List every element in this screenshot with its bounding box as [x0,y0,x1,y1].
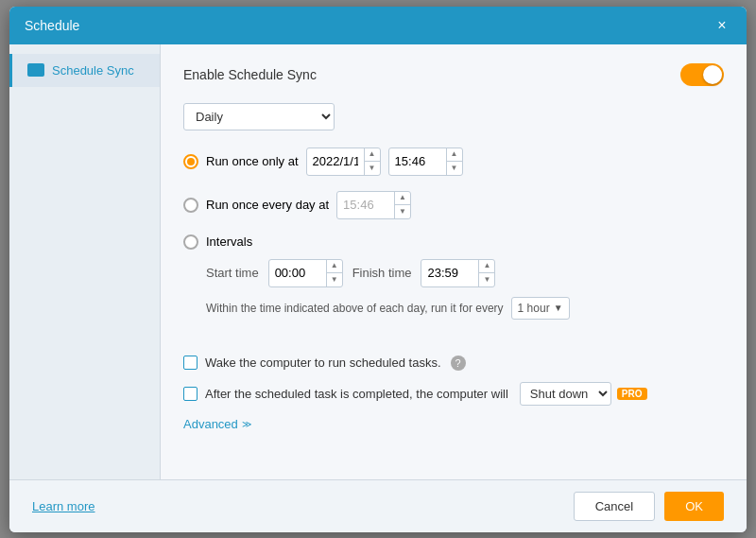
start-time-arrows: ▲ ▼ [326,260,342,286]
run-once-time-spinbox: ▲ ▼ [388,148,463,176]
interval-description: Within the time indicated above of each … [206,302,504,315]
advanced-link[interactable]: Advanced ≫ [183,417,724,431]
learn-more-link[interactable]: Learn more [32,499,94,513]
frequency-select[interactable]: Daily Weekly Monthly [183,103,335,130]
date-spinbox: ▲ ▼ [306,148,381,176]
intervals-details: Start time ▲ ▼ Finish time [206,259,724,320]
sidebar: Schedule Sync [9,44,161,479]
schedule-sync-icon [27,63,44,77]
radio-intervals[interactable] [183,234,198,250]
start-time-label: Start time [206,266,259,280]
interval-select[interactable]: 1 hour ▼ [511,297,570,320]
shutdown-select[interactable]: Shut down Sleep Hibernate Log off Do not… [520,382,611,406]
enable-toggle[interactable] [680,63,724,86]
main-content: Enable Schedule Sync Daily Weekly Monthl… [161,44,747,479]
finish-time-down[interactable]: ▼ [479,273,494,286]
advanced-chevron-icon: ≫ [242,419,251,429]
dialog-body: Schedule Sync Enable Schedule Sync Daily… [9,44,747,479]
radio-every-day-row: Run once every day at ▲ ▼ [183,191,724,219]
finish-time-spinbox: ▲ ▼ [421,259,495,287]
radio-intervals-label: Intervals [206,234,252,249]
date-spinbox-arrows: ▲ ▼ [364,148,380,175]
every-day-time-down[interactable]: ▼ [395,205,410,218]
every-day-time-arrows: ▲ ▼ [394,192,410,218]
sidebar-item-schedule-sync[interactable]: Schedule Sync [9,54,160,87]
finish-time-input[interactable] [421,262,478,284]
wake-checkbox-row: Wake the computer to run scheduled tasks… [183,356,724,371]
run-once-time-down[interactable]: ▼ [447,162,462,175]
run-once-time-up[interactable]: ▲ [447,148,462,163]
interval-description-row: Within the time indicated above of each … [206,297,724,320]
close-button[interactable]: × [713,16,731,35]
enable-label: Enable Schedule Sync [183,67,317,82]
interval-value: 1 hour [518,302,550,315]
start-time-spinbox: ▲ ▼ [268,259,343,287]
title-bar: Schedule × [9,7,747,44]
radio-every-day[interactable] [183,198,198,213]
start-time-up[interactable]: ▲ [327,260,342,274]
shutdown-select-wrap: Shut down Sleep Hibernate Log off Do not… [520,382,647,406]
time-range-row: Start time ▲ ▼ Finish time [206,259,724,287]
every-day-time-spinbox: ▲ ▼ [336,191,411,219]
intervals-section: Intervals Start time ▲ ▼ [183,234,724,338]
date-down-arrow[interactable]: ▼ [365,162,380,175]
ok-button[interactable]: OK [664,492,724,521]
interval-chevron-icon: ▼ [554,303,563,313]
checkbox-section: Wake the computer to run scheduled tasks… [183,356,724,406]
help-icon[interactable]: ? [451,356,466,371]
pro-badge: PRO [617,388,647,400]
radio-intervals-row: Intervals [183,234,724,250]
every-day-time-input[interactable] [337,194,394,216]
toggle-knob [703,65,722,84]
radio-run-once-row: Run once only at ▲ ▼ ▲ ▼ [183,148,724,176]
advanced-label: Advanced [183,417,238,431]
sidebar-item-label: Schedule Sync [52,63,134,78]
radio-run-once-label: Run once only at [206,154,299,168]
radio-group: Run once only at ▲ ▼ ▲ ▼ [183,148,724,338]
wake-label: Wake the computer to run scheduled tasks… [205,356,441,370]
shutdown-checkbox[interactable] [183,387,198,401]
enable-row: Enable Schedule Sync [183,63,724,86]
run-once-time-arrows: ▲ ▼ [446,148,462,175]
dialog-title: Schedule [25,18,79,33]
wake-checkbox[interactable] [183,356,198,370]
start-time-down[interactable]: ▼ [327,273,342,286]
finish-time-label: Finish time [352,266,412,280]
cancel-button[interactable]: Cancel [574,492,655,521]
finish-time-arrows: ▲ ▼ [478,260,494,286]
every-day-time-up[interactable]: ▲ [395,192,410,206]
finish-time-up[interactable]: ▲ [479,260,494,274]
run-once-time-input[interactable] [389,150,446,172]
dialog-footer: Learn more Cancel OK [9,479,747,532]
shutdown-label: After the scheduled task is completed, t… [205,387,508,401]
frequency-dropdown-row: Daily Weekly Monthly [183,103,724,130]
schedule-dialog: Schedule × Schedule Sync Enable Schedule… [9,7,747,532]
shutdown-checkbox-row: After the scheduled task is completed, t… [183,382,724,406]
footer-buttons: Cancel OK [574,492,724,521]
start-time-input[interactable] [269,262,326,284]
radio-every-day-label: Run once every day at [206,198,329,212]
radio-run-once[interactable] [183,154,198,169]
date-up-arrow[interactable]: ▲ [365,148,380,163]
date-input[interactable] [307,150,364,172]
